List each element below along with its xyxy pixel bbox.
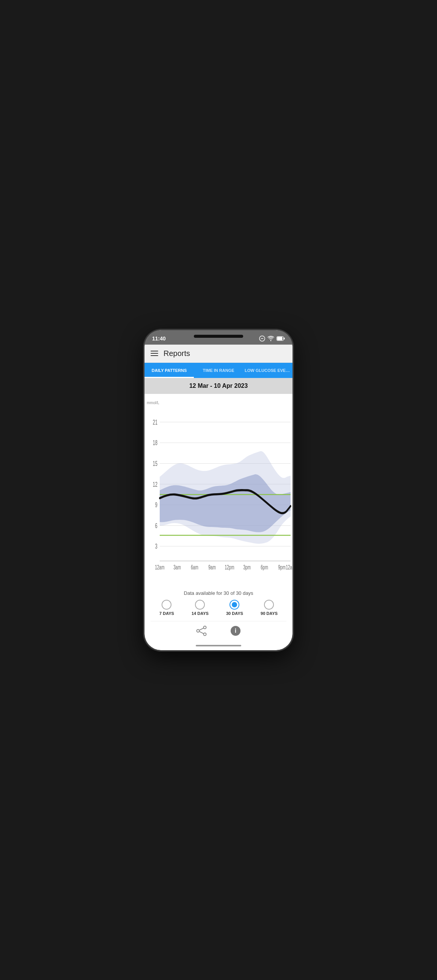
svg-text:12: 12	[153, 480, 158, 488]
info-button[interactable]: i	[230, 625, 241, 636]
data-available-text: Data available for 30 of 30 days	[151, 590, 286, 596]
hamburger-line-2	[151, 353, 158, 354]
period-radio-7days[interactable]	[162, 600, 171, 609]
tabs-bar: DAILY PATTERNS TIME IN RANGE LOW GLUCOSE…	[145, 363, 292, 378]
action-bar: i	[151, 621, 286, 642]
svg-text:6: 6	[155, 522, 158, 529]
period-label-30days: 30 DAYS	[226, 611, 243, 616]
chart-area: mmol/L 21 18	[145, 394, 292, 587]
svg-rect-4	[284, 337, 285, 339]
svg-line-36	[199, 631, 203, 633]
status-time: 11:40	[152, 336, 166, 342]
phone-notch	[194, 335, 243, 338]
info-icon: i	[230, 625, 241, 636]
period-option-30days[interactable]: 30 DAYS	[226, 600, 243, 616]
status-icons	[259, 336, 285, 342]
phone-frame: 11:40	[145, 330, 292, 650]
bottom-section: Data available for 30 of 30 days 7 DAYS …	[145, 587, 292, 642]
svg-text:9: 9	[155, 501, 158, 508]
date-range-text: 12 Mar - 10 Apr 2023	[189, 382, 248, 389]
svg-text:3pm: 3pm	[243, 564, 250, 571]
svg-text:21: 21	[153, 418, 158, 426]
svg-text:9am: 9am	[208, 564, 215, 571]
svg-point-32	[204, 626, 206, 628]
tab-time-in-range[interactable]: TIME IN RANGE	[194, 363, 243, 378]
svg-text:18: 18	[153, 439, 158, 446]
phone-screen: 11:40	[145, 330, 292, 650]
svg-text:15: 15	[153, 460, 158, 467]
hamburger-menu-icon[interactable]	[151, 351, 158, 356]
period-radio-90days[interactable]	[264, 600, 274, 609]
svg-text:3am: 3am	[173, 564, 180, 571]
share-button[interactable]	[196, 625, 207, 636]
wifi-icon	[268, 336, 274, 341]
hamburger-line-1	[151, 351, 158, 352]
period-option-14days[interactable]: 14 DAYS	[191, 600, 209, 616]
svg-text:12am: 12am	[155, 564, 164, 571]
svg-text:12pm: 12pm	[225, 564, 234, 571]
svg-point-34	[204, 633, 206, 635]
battery-icon	[276, 336, 285, 341]
svg-rect-3	[277, 337, 282, 340]
period-radio-14days[interactable]	[195, 600, 205, 609]
app-title: Reports	[164, 349, 190, 358]
date-range-bar: 12 Mar - 10 Apr 2023	[145, 378, 292, 394]
svg-text:9pm: 9pm	[278, 564, 285, 571]
period-radio-30days[interactable]	[230, 600, 239, 609]
home-indicator	[196, 645, 241, 646]
period-label-7days: 7 DAYS	[159, 611, 174, 616]
chart-container: mmol/L 21 18	[145, 398, 292, 587]
tab-daily-patterns[interactable]: DAILY PATTERNS	[145, 363, 194, 378]
svg-text:6pm: 6pm	[261, 564, 268, 571]
svg-point-33	[197, 629, 199, 632]
svg-text:3: 3	[155, 542, 158, 550]
period-label-14days: 14 DAYS	[191, 611, 209, 616]
app-header: Reports	[145, 345, 292, 363]
svg-line-35	[199, 628, 203, 630]
hamburger-line-3	[151, 355, 158, 356]
tab-low-glucose[interactable]: LOW GLUCOSE EVENTS	[243, 363, 292, 378]
chart-svg: 21 18 15 12 9 6 3	[145, 398, 292, 587]
share-icon	[196, 625, 207, 636]
svg-text:6am: 6am	[191, 564, 198, 571]
home-bar	[145, 642, 292, 650]
period-label-90days: 90 DAYS	[261, 611, 278, 616]
do-not-disturb-icon	[259, 336, 265, 342]
period-option-7days[interactable]: 7 DAYS	[159, 600, 174, 616]
svg-text:12am: 12am	[285, 564, 292, 571]
period-option-90days[interactable]: 90 DAYS	[261, 600, 278, 616]
svg-text:i: i	[235, 627, 236, 634]
period-selector: 7 DAYS 14 DAYS 30 DAYS 90 DAYS	[151, 600, 286, 616]
